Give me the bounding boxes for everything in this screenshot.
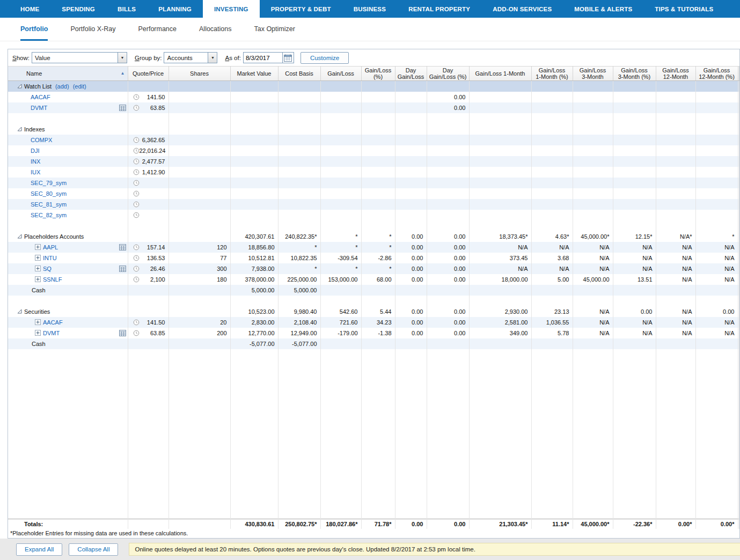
- nav-item-property-debt[interactable]: PROPERTY & DEBT: [260, 0, 342, 18]
- security-row-dvmt[interactable]: DVMT63.8520012,770.0012,949.00-179.00-1.…: [8, 328, 739, 338]
- groupby-select[interactable]: Accounts ▼: [164, 52, 217, 63]
- cell-gain_loss_pct: [361, 338, 395, 349]
- symbol-link-aacaf[interactable]: AACAF: [31, 94, 50, 100]
- symbol-link-dvmt[interactable]: DVMT: [43, 330, 60, 336]
- col-header-market_value[interactable]: Market Value: [230, 67, 278, 81]
- price-history-icon[interactable]: [119, 330, 126, 336]
- tab-allocations[interactable]: Allocations: [199, 18, 231, 41]
- cell-m1: [469, 199, 531, 210]
- price-history-icon[interactable]: [119, 266, 126, 272]
- nav-item-bills[interactable]: BILLS: [106, 0, 147, 18]
- tab-portfolio[interactable]: Portfolio: [20, 18, 48, 41]
- symbol-link-intu[interactable]: INTU: [43, 255, 57, 261]
- security-row-sec-80-sym[interactable]: SEC_80_sym: [8, 188, 739, 199]
- nav-item-investing[interactable]: INVESTING: [203, 0, 260, 18]
- cell-m3: 45,000.00*: [573, 231, 613, 242]
- security-row-inx[interactable]: INX2,477.57: [8, 156, 739, 167]
- tab-portfolio-x-ray[interactable]: Portfolio X-Ray: [70, 18, 115, 41]
- symbol-link-iux[interactable]: IUX: [31, 169, 40, 175]
- symbol-link-sq[interactable]: SQ: [43, 266, 52, 272]
- security-row-dvmt[interactable]: DVMT63.850.00: [8, 102, 739, 113]
- group-row-indexes[interactable]: Indexes: [8, 124, 739, 135]
- group-collapse-icon[interactable]: [17, 84, 22, 89]
- col-header-gain_loss[interactable]: Gain/Loss: [320, 67, 361, 81]
- cell-m3: [573, 349, 613, 519]
- security-row-sec-82-sym[interactable]: SEC_82_sym: [8, 210, 739, 220]
- expand-icon[interactable]: [35, 319, 41, 325]
- col-header-day_gl_pct[interactable]: DayGain/Loss (%): [427, 67, 469, 81]
- nav-item-home[interactable]: HOME: [9, 0, 50, 18]
- price-history-icon[interactable]: [119, 244, 126, 250]
- symbol-link-sec-82-sym[interactable]: SEC_82_sym: [31, 212, 67, 218]
- group-collapse-icon[interactable]: [17, 234, 22, 239]
- cash-row[interactable]: Cash5,000.005,000.00: [8, 285, 739, 296]
- cell-m12: [656, 285, 695, 296]
- col-header-m12_pct[interactable]: Gain/Loss12-Month (%): [695, 67, 738, 81]
- security-row-iux[interactable]: IUX1,412.90: [8, 167, 739, 178]
- group-row-watch-list[interactable]: Watch List(add)(edit): [8, 81, 739, 92]
- nav-item-tips-tutorials[interactable]: TIPS & TUTORIALS: [643, 0, 724, 18]
- col-header-m12[interactable]: Gain/Loss12-Month: [656, 67, 695, 81]
- expand-all-button[interactable]: Expand All: [16, 543, 62, 556]
- calendar-icon[interactable]: [283, 52, 294, 63]
- symbol-link-compx[interactable]: COMPX: [31, 137, 52, 143]
- security-row-dji[interactable]: DJI22,016.24: [8, 145, 739, 156]
- show-select[interactable]: Value ▼: [32, 52, 127, 63]
- security-row-sec-81-sym[interactable]: SEC_81_sym: [8, 199, 739, 210]
- expand-icon[interactable]: [35, 244, 41, 250]
- symbol-link-aapl[interactable]: AAPL: [43, 244, 58, 250]
- price-history-icon[interactable]: [119, 105, 126, 111]
- security-row-sq[interactable]: SQ26.463007,938.00***0.000.00N/AN/AN/AN/…: [8, 263, 739, 274]
- cell-m1_pct: [531, 188, 573, 199]
- group-add-link[interactable]: (add): [55, 83, 69, 90]
- nav-item-mobile-alerts[interactable]: MOBILE & ALERTS: [563, 0, 643, 18]
- security-row-compx[interactable]: COMPX6,362.65: [8, 135, 739, 145]
- security-row-aapl[interactable]: AAPL157.1412018,856.80***0.000.00N/AN/AN…: [8, 242, 739, 253]
- col-header-cost_basis[interactable]: Cost Basis: [278, 67, 320, 81]
- expand-icon[interactable]: [35, 330, 41, 336]
- cell-gain_loss_pct: [361, 135, 395, 145]
- collapse-all-button[interactable]: Collapse All: [69, 543, 118, 556]
- security-row-aacaf[interactable]: AACAF141.50202,830.002,108.40721.6034.23…: [8, 317, 739, 328]
- expand-icon[interactable]: [35, 266, 41, 271]
- security-row-sec-79-sym[interactable]: SEC_79_sym: [8, 178, 739, 188]
- symbol-link-inx[interactable]: INX: [31, 158, 40, 165]
- customize-button[interactable]: Customize: [301, 52, 349, 64]
- nav-item-rental-property[interactable]: RENTAL PROPERTY: [397, 0, 481, 18]
- group-edit-link[interactable]: (edit): [73, 83, 86, 90]
- symbol-link-aacaf[interactable]: AACAF: [43, 319, 63, 326]
- nav-item-business[interactable]: BUSINESS: [342, 0, 397, 18]
- group-collapse-icon[interactable]: [17, 309, 22, 314]
- col-header-name[interactable]: Name▲: [8, 67, 128, 81]
- nav-item-planning[interactable]: PLANNING: [147, 0, 203, 18]
- symbol-link-ssnlf[interactable]: SSNLF: [43, 276, 62, 283]
- col-header-m1_pct[interactable]: Gain/Loss1-Month (%): [531, 67, 573, 81]
- overflow-cell: [738, 285, 739, 296]
- nav-item-spending[interactable]: SPENDING: [50, 0, 106, 18]
- group-row-placeholders-accounts[interactable]: Placeholders Accounts420,307.61240,822.3…: [8, 231, 739, 242]
- symbol-link-sec-79-sym[interactable]: SEC_79_sym: [31, 180, 67, 186]
- col-header-m1[interactable]: Gain/Loss 1-Month: [469, 67, 531, 81]
- security-row-intu[interactable]: INTU136.537710,512.8110,822.35-309.54-2.…: [8, 253, 739, 263]
- asof-date-input[interactable]: [243, 52, 283, 63]
- col-header-m3[interactable]: Gain/Loss3-Month: [573, 67, 613, 81]
- symbol-link-sec-81-sym[interactable]: SEC_81_sym: [31, 201, 67, 208]
- symbol-link-dvmt[interactable]: DVMT: [31, 105, 47, 111]
- col-header-gain_loss_pct[interactable]: Gain/Loss(%): [361, 67, 395, 81]
- col-header-shares[interactable]: Shares: [168, 67, 230, 81]
- symbol-link-dji[interactable]: DJI: [31, 148, 40, 154]
- col-header-m3_pct[interactable]: Gain/Loss3-Month (%): [613, 67, 656, 81]
- group-row-securities[interactable]: Securities10,523.009,980.40542.605.440.0…: [8, 306, 739, 317]
- symbol-link-sec-80-sym[interactable]: SEC_80_sym: [31, 190, 67, 197]
- expand-icon[interactable]: [35, 255, 41, 261]
- tab-tax-optimizer[interactable]: Tax Optimizer: [254, 18, 295, 41]
- tab-performance[interactable]: Performance: [138, 18, 177, 41]
- cash-row[interactable]: Cash-5,077.00-5,077.00: [8, 338, 739, 349]
- col-header-day_gl[interactable]: DayGain/Loss: [395, 67, 427, 81]
- security-row-ssnlf[interactable]: SSNLF2,100180378,000.00225,000.00153,000…: [8, 274, 739, 285]
- security-row-aacaf[interactable]: AACAF141.500.00: [8, 92, 739, 102]
- nav-item-add-on-services[interactable]: ADD-ON SERVICES: [481, 0, 563, 18]
- expand-icon[interactable]: [35, 276, 41, 282]
- col-header-quote[interactable]: Quote/Price: [128, 67, 168, 81]
- group-collapse-icon[interactable]: [17, 127, 22, 131]
